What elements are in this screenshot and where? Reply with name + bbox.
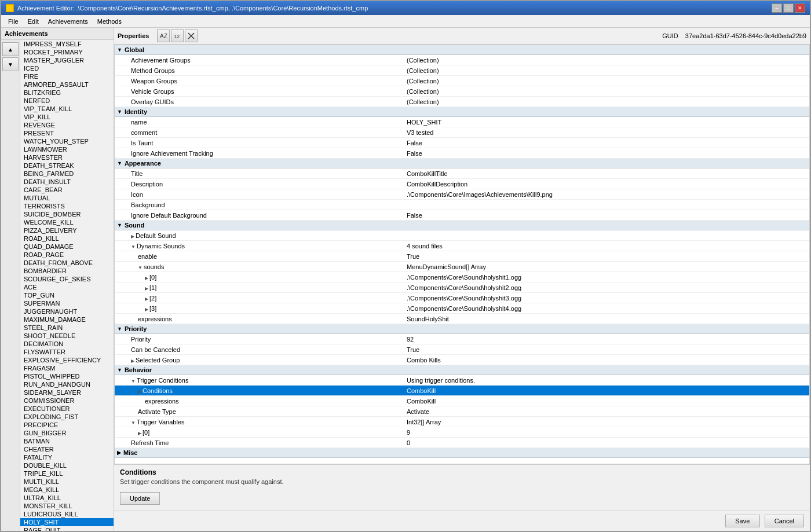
list-item[interactable]: EXPLODING_FIST <box>20 413 114 421</box>
prop-row[interactable]: Activate TypeActivate <box>115 406 809 417</box>
list-item[interactable]: CHEATER <box>20 445 114 453</box>
section-header-behavior[interactable]: ▼Behavior <box>115 365 809 375</box>
list-item[interactable]: PRECIPICE <box>20 421 114 429</box>
list-item[interactable]: DEATH_INSULT <box>20 178 114 186</box>
prop-row[interactable]: nameHOLY_SHIT <box>115 117 809 127</box>
list-item[interactable]: HOLY_SHIT <box>20 518 114 526</box>
maximize-button[interactable]: □ <box>783 3 794 13</box>
prop-row[interactable]: ▼Dynamic Sounds4 sound files <box>115 241 809 251</box>
prop-row[interactable]: TitleComboKillTitle <box>115 168 809 179</box>
prop-row[interactable]: Ignore Default BackgroundFalse <box>115 210 809 221</box>
list-item[interactable]: SHOOT_NEEDLE <box>20 332 114 340</box>
close-button[interactable]: ✕ <box>795 3 805 13</box>
list-item[interactable]: VIP_KILL <box>20 113 114 121</box>
list-item[interactable]: EXPLOSIVE_EFFICIENCY <box>20 356 114 364</box>
section-header-misc[interactable]: ▶Misc <box>115 448 809 458</box>
list-item[interactable]: ULTRA_KILL <box>20 494 114 502</box>
list-item[interactable]: ACE <box>20 283 114 291</box>
list-item[interactable]: MAXIMUM_DAMAGE <box>20 315 114 324</box>
prop-row[interactable]: ▶[0]9 <box>115 427 809 438</box>
list-item[interactable]: FLYSWATTER <box>20 348 114 356</box>
list-item[interactable]: ROAD_RAGE <box>20 251 114 259</box>
prop-row[interactable]: commentV3 tested <box>115 127 809 138</box>
prop-row[interactable]: Priority92 <box>115 334 809 344</box>
minimize-button[interactable]: – <box>772 3 782 13</box>
prop-row[interactable]: ▼Trigger ConditionsUsing trigger conditi… <box>115 375 809 386</box>
list-item[interactable]: SUPERMAN <box>20 299 114 307</box>
list-item[interactable]: MASTER_JUGGLER <box>20 56 114 64</box>
prop-row[interactable]: expressionsComboKill <box>115 396 809 406</box>
list-item[interactable]: COMMISSIONER <box>20 397 114 405</box>
list-item[interactable]: MONSTER_KILL <box>20 502 114 510</box>
list-item[interactable]: ROCKET_PRIMARY <box>20 48 114 56</box>
prop-row[interactable]: Achievement Groups(Collection) <box>115 55 809 65</box>
list-item[interactable]: TOP_GUN <box>20 291 114 299</box>
list-item[interactable]: SIDEARM_SLAYER <box>20 388 114 397</box>
list-item[interactable]: FATALITY <box>20 453 114 461</box>
expand-button[interactable] <box>185 30 198 42</box>
menu-methods[interactable]: Methods <box>93 16 126 27</box>
prop-row[interactable]: ▶[3].\Components\Core\Sound\holyshit4.og… <box>115 303 809 314</box>
sort-order-button[interactable]: 12 <box>171 30 184 42</box>
scroll-down-button[interactable]: ▼ <box>2 57 19 71</box>
menu-file[interactable]: File <box>3 16 23 27</box>
list-item[interactable]: WATCH_YOUR_STEP <box>20 137 114 145</box>
list-item[interactable]: FRAGASM <box>20 364 114 372</box>
list-item[interactable]: IMPRESS_MYSELF <box>20 40 114 48</box>
list-item[interactable]: HARVESTER <box>20 153 114 162</box>
save-button[interactable]: Save <box>725 515 760 527</box>
prop-row[interactable]: ▼soundsMenuDynamicSound[] Array <box>115 262 809 272</box>
list-item[interactable]: QUAD_DAMAGE <box>20 243 114 251</box>
list-item[interactable]: FIRE <box>20 72 114 80</box>
prop-row[interactable]: Weapon Groups(Collection) <box>115 76 809 86</box>
prop-row[interactable]: Background <box>115 200 809 210</box>
prop-row[interactable]: expressionsSoundHolyShit <box>115 314 809 324</box>
section-header-sound[interactable]: ▼Sound <box>115 221 809 230</box>
list-item[interactable]: GUN_BIGGER <box>20 429 114 437</box>
cancel-button[interactable]: Cancel <box>765 515 804 527</box>
list-item[interactable]: VIP_TEAM_KILL <box>20 105 114 113</box>
prop-row[interactable]: ▶Selected GroupCombo Kills <box>115 355 809 365</box>
update-button[interactable]: Update <box>120 492 160 505</box>
list-item[interactable]: ROAD_KILL <box>20 234 114 243</box>
prop-row[interactable]: ▶Default Sound <box>115 230 809 241</box>
list-item[interactable]: MUTUAL <box>20 194 114 202</box>
list-item[interactable]: SCOURGE_OF_SKIES <box>20 275 114 283</box>
list-item[interactable]: DEATH_FROM_ABOVE <box>20 259 114 267</box>
prop-row[interactable]: ▶[0].\Components\Core\Sound\holyshit1.og… <box>115 272 809 282</box>
prop-row[interactable]: Vehicle Groups(Collection) <box>115 86 809 97</box>
prop-row[interactable]: Ignore Achievement TrackingFalse <box>115 148 809 159</box>
list-item[interactable]: RUN_AND_HANDGUN <box>20 380 114 388</box>
menu-achievements[interactable]: Achievements <box>43 16 93 27</box>
list-item[interactable]: MEGA_KILL <box>20 486 114 494</box>
prop-row[interactable]: DescriptionComboKillDescription <box>115 179 809 189</box>
menu-edit[interactable]: Edit <box>23 16 43 27</box>
prop-row[interactable]: Refresh Time0 <box>115 438 809 448</box>
list-item[interactable]: TRIPLE_KILL <box>20 469 114 478</box>
list-item[interactable]: ARMORED_ASSAULT <box>20 80 114 89</box>
section-header-priority[interactable]: ▼Priority <box>115 324 809 334</box>
prop-row[interactable]: enableTrue <box>115 251 809 262</box>
scroll-up-button[interactable]: ▲ <box>2 42 19 56</box>
prop-row[interactable]: Icon.\Components\Core\Images\Achievement… <box>115 189 809 200</box>
properties-area[interactable]: ▼GlobalAchievement Groups(Collection)Met… <box>114 45 810 464</box>
list-item[interactable]: NERFED <box>20 97 114 105</box>
list-item[interactable]: PISTOL_WHIPPED <box>20 372 114 380</box>
list-item[interactable]: PIZZA_DELIVERY <box>20 226 114 234</box>
list-item[interactable]: EXECUTIONER <box>20 405 114 413</box>
list-item[interactable]: BEING_FARMED <box>20 170 114 178</box>
list-item[interactable]: JUGGERNAUGHT <box>20 307 114 315</box>
list-item[interactable]: DEATH_STREAK <box>20 162 114 170</box>
sort-alpha-button[interactable]: AZ <box>157 30 170 42</box>
list-item[interactable]: SUICIDE_BOMBER <box>20 210 114 218</box>
prop-row[interactable]: Method Groups(Collection) <box>115 65 809 76</box>
list-item[interactable]: LUDICROUS_KILL <box>20 510 114 518</box>
list-item[interactable]: DOUBLE_KILL <box>20 461 114 469</box>
list-item[interactable]: BLITZKRIEG <box>20 89 114 97</box>
list-item[interactable]: TERRORISTS <box>20 202 114 210</box>
prop-row[interactable]: Can be CanceledTrue <box>115 344 809 355</box>
section-header-identity[interactable]: ▼Identity <box>115 107 809 117</box>
list-item[interactable]: PRESENT <box>20 129 114 137</box>
list-item[interactable]: DECIMATION <box>20 340 114 348</box>
list-item[interactable]: RAGE_QUIT <box>20 526 114 531</box>
